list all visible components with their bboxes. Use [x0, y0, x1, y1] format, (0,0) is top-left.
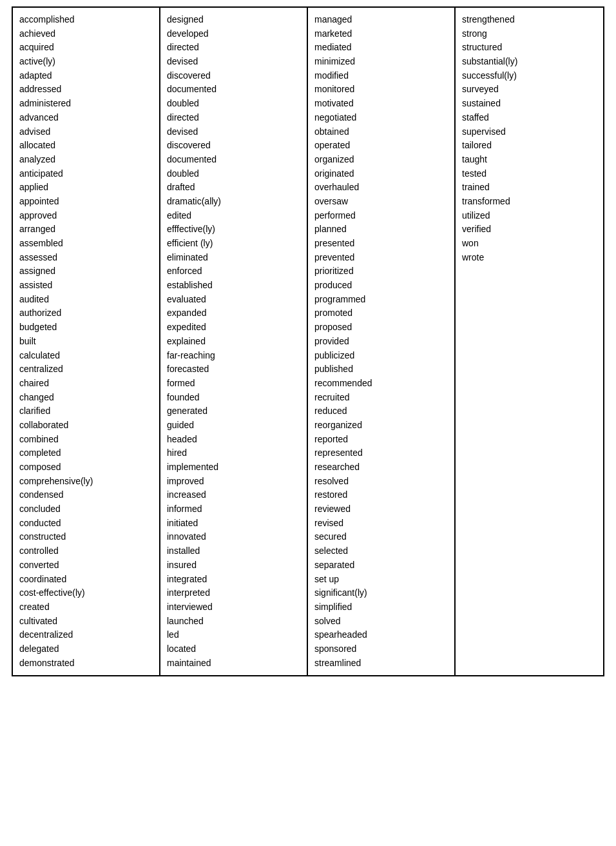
list-item: applied	[19, 181, 153, 195]
list-item: taught	[462, 153, 597, 167]
list-item: expanded	[167, 306, 300, 320]
list-item: proposed	[314, 320, 448, 335]
list-item: allocated	[19, 139, 153, 153]
list-item: resolved	[314, 475, 448, 489]
list-item: changed	[19, 391, 153, 405]
list-item: interpreted	[167, 586, 300, 600]
list-item: advised	[19, 125, 153, 139]
list-item: substantial(ly)	[462, 55, 597, 69]
list-item: created	[19, 600, 153, 615]
list-item: recruited	[314, 391, 448, 405]
list-item: solved	[314, 615, 448, 629]
list-item: edited	[167, 209, 300, 223]
list-item: utilized	[462, 209, 597, 223]
list-item: completed	[19, 446, 153, 460]
column-2: designeddevelopeddirecteddeviseddiscover…	[160, 8, 308, 675]
list-item: represented	[314, 446, 448, 460]
list-item: guided	[167, 418, 300, 433]
list-item: reviewed	[314, 502, 448, 516]
list-item: headed	[167, 433, 300, 447]
list-item: conducted	[19, 516, 153, 531]
list-item: strengthened	[462, 13, 597, 27]
list-item: maintained	[167, 656, 300, 671]
list-item: integrated	[167, 573, 300, 587]
list-item: cost-effective(ly)	[19, 586, 153, 600]
list-item: composed	[19, 460, 153, 475]
list-item: innovated	[167, 530, 300, 544]
list-item: produced	[314, 279, 448, 293]
list-item: planned	[314, 222, 448, 237]
list-item: programmed	[314, 293, 448, 307]
list-item: condensed	[19, 488, 153, 502]
list-item: led	[167, 628, 300, 642]
table-grid: accomplishedachievedacquiredactive(ly)ad…	[13, 8, 603, 675]
list-item: doubled	[167, 167, 300, 181]
list-item: collaborated	[19, 418, 153, 433]
list-item: monitored	[314, 83, 448, 97]
list-item: devised	[167, 55, 300, 69]
list-item: tailored	[462, 139, 597, 153]
list-item: separated	[314, 558, 448, 573]
list-item: interviewed	[167, 600, 300, 615]
list-item: published	[314, 362, 448, 377]
list-item: demonstrated	[19, 656, 153, 671]
list-item: addressed	[19, 83, 153, 97]
list-item: strong	[462, 27, 597, 41]
list-item: authorized	[19, 306, 153, 320]
list-item: structured	[462, 41, 597, 55]
list-item: controlled	[19, 544, 153, 558]
list-item: active(ly)	[19, 55, 153, 69]
list-item: appointed	[19, 195, 153, 209]
list-item: overhauled	[314, 181, 448, 195]
list-item: converted	[19, 558, 153, 573]
list-item: centralized	[19, 362, 153, 377]
list-item: established	[167, 279, 300, 293]
list-item: analyzed	[19, 153, 153, 167]
list-item: decentralized	[19, 628, 153, 642]
word-table: accomplishedachievedacquiredactive(ly)ad…	[12, 6, 604, 676]
list-item: initiated	[167, 516, 300, 531]
list-item: marketed	[314, 27, 448, 41]
list-item: achieved	[19, 27, 153, 41]
column-4: strengthenedstrongstructuredsubstantial(…	[456, 8, 603, 675]
list-item: oversaw	[314, 195, 448, 209]
list-item: installed	[167, 544, 300, 558]
list-item: directed	[167, 41, 300, 55]
column-1: accomplishedachievedacquiredactive(ly)ad…	[13, 8, 160, 675]
list-item: publicized	[314, 349, 448, 363]
list-item: set up	[314, 573, 448, 587]
list-item: prioritized	[314, 264, 448, 279]
list-item: reported	[314, 433, 448, 447]
list-item: successful(ly)	[462, 69, 597, 83]
list-item: delegated	[19, 642, 153, 656]
list-item: modified	[314, 69, 448, 83]
list-item: launched	[167, 615, 300, 629]
list-item: simplified	[314, 600, 448, 615]
list-item: expedited	[167, 320, 300, 335]
list-item: spearheaded	[314, 628, 448, 642]
list-item: approved	[19, 209, 153, 223]
list-item: surveyed	[462, 83, 597, 97]
list-item: sustained	[462, 97, 597, 111]
list-item: cultivated	[19, 615, 153, 629]
list-item: doubled	[167, 97, 300, 111]
list-item: motivated	[314, 97, 448, 111]
list-item: staffed	[462, 111, 597, 125]
list-item: eliminated	[167, 251, 300, 265]
list-item: discovered	[167, 139, 300, 153]
list-item: informed	[167, 502, 300, 516]
list-item: combined	[19, 433, 153, 447]
list-item: promoted	[314, 306, 448, 320]
list-item: negotiated	[314, 111, 448, 125]
list-item: researched	[314, 460, 448, 475]
list-item: organized	[314, 153, 448, 167]
list-item: performed	[314, 209, 448, 223]
list-item: concluded	[19, 502, 153, 516]
list-item: devised	[167, 125, 300, 139]
list-item: administered	[19, 97, 153, 111]
column-3: managedmarketedmediatedminimizedmodified…	[308, 8, 456, 675]
list-item: assisted	[19, 279, 153, 293]
list-item: assigned	[19, 264, 153, 279]
list-item: documented	[167, 83, 300, 97]
list-item: evaluated	[167, 293, 300, 307]
